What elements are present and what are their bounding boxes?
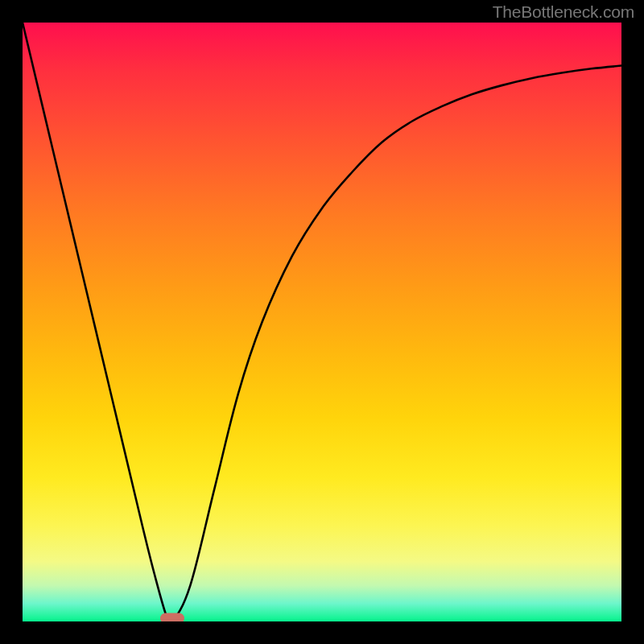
plot-area — [23, 23, 621, 621]
optimal-point-marker — [160, 613, 184, 622]
chart-frame: TheBottleneck.com — [0, 0, 644, 644]
bottleneck-curve — [23, 23, 621, 621]
watermark-text: TheBottleneck.com — [493, 2, 634, 22]
curve-svg — [23, 23, 621, 621]
